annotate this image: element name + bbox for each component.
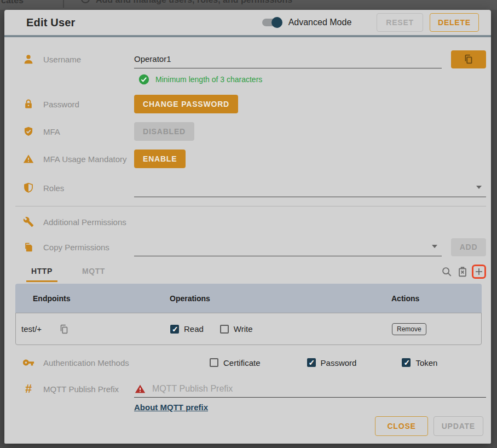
wrench-icon [22, 215, 35, 228]
password-option-label: Password [321, 358, 357, 367]
delete-button[interactable]: DELETE [430, 13, 479, 32]
roles-label: Roles [43, 183, 64, 193]
username-hint-text: Minimum length of 3 characters [155, 75, 262, 84]
username-hint-row: Minimum length of 3 characters [138, 74, 486, 85]
copy-endpoint-button[interactable] [57, 323, 71, 336]
auth-methods-label: Authentication Methods [43, 358, 129, 367]
background-page-strip: cates Add and manage users, roles, and p… [0, 0, 497, 10]
check-circle-icon [138, 74, 149, 85]
advanced-mode-toggle[interactable] [262, 19, 281, 26]
tab-mqtt[interactable]: MQTT [77, 267, 110, 282]
copy-icon [58, 323, 70, 335]
update-button[interactable]: UPDATE [434, 416, 483, 436]
search-permissions-button[interactable] [440, 265, 453, 278]
background-subtitle: Add and manage users, roles, and permiss… [96, 0, 292, 5]
search-icon [441, 266, 453, 278]
copy-permissions-label: Copy Permissions [43, 243, 109, 252]
dialog-body: Username Minimum length of 3 characters [4, 37, 491, 444]
background-divider [63, 0, 64, 8]
lock-icon [22, 97, 35, 111]
tab-http[interactable]: HTTP [26, 267, 57, 282]
certificate-checkbox[interactable] [210, 358, 218, 367]
mfa-label: MFA [43, 127, 60, 136]
copy-file-icon [22, 240, 35, 254]
background-left-text: cates [1, 0, 24, 5]
table-row: test/+ Read Write [15, 313, 482, 345]
username-input[interactable] [134, 50, 442, 68]
copy-permissions-select[interactable] [134, 238, 442, 256]
mfa-mandatory-label: MFA Usage Mandatory [43, 154, 127, 164]
col-endpoints: Endpoints [15, 294, 170, 303]
edit-user-dialog: Edit User Advanced Mode RESET DELETE Use… [4, 10, 491, 444]
read-checkbox[interactable] [170, 325, 179, 334]
about-mqtt-prefix-link[interactable]: About MQTT prefix [134, 403, 208, 412]
advanced-mode-label: Advanced Mode [288, 18, 352, 27]
certificate-label: Certificate [223, 358, 261, 367]
toggle-knob [271, 17, 282, 28]
info-icon [81, 0, 90, 3]
auth-methods-row: Authentication Methods Certificate Passw… [22, 356, 486, 369]
dialog-title: Edit User [26, 16, 76, 29]
section-divider [15, 206, 486, 206]
permissions-table: Endpoints Operations Actions test/+ [15, 284, 482, 345]
copy-icon [463, 53, 475, 65]
dialog-footer: CLOSE UPDATE [22, 416, 486, 444]
close-button[interactable]: CLOSE [375, 416, 427, 436]
password-label: Password [43, 100, 79, 109]
token-checkbox[interactable] [402, 358, 411, 367]
copy-permissions-row: Copy Permissions ADD [22, 237, 486, 257]
token-label: Token [415, 358, 437, 367]
copy-username-button[interactable] [451, 50, 486, 68]
mqtt-prefix-row: # MQTT Publish Prefix About MQTT prefix [22, 380, 486, 412]
mqtt-prefix-label: MQTT Publish Prefix [43, 384, 119, 394]
add-copy-permissions-button[interactable]: ADD [451, 238, 486, 256]
mfa-mandatory-row: MFA Usage Mandatory ENABLE [22, 150, 486, 168]
change-password-button[interactable]: CHANGE PASSWORD [134, 95, 238, 113]
reset-button[interactable]: RESET [377, 13, 423, 32]
mqtt-prefix-input[interactable] [152, 384, 486, 394]
chevron-down-icon [432, 245, 437, 248]
read-label: Read [184, 324, 204, 334]
error-warning-icon [134, 383, 146, 394]
additional-permissions-label: Additional Permissions [43, 217, 126, 227]
mfa-enable-button[interactable]: ENABLE [134, 150, 186, 168]
trash-x-icon [456, 266, 469, 278]
permissions-tabs: HTTP MQTT [22, 265, 486, 282]
dialog-header: Edit User Advanced Mode RESET DELETE [4, 10, 491, 37]
mfa-disabled-button[interactable]: DISABLED [134, 122, 194, 141]
roles-select[interactable] [134, 179, 486, 197]
col-actions: Actions [391, 294, 419, 303]
warning-triangle-icon [22, 152, 35, 165]
endpoint-value: test/+ [21, 324, 42, 334]
chevron-down-icon [476, 186, 482, 189]
username-label: Username [43, 55, 81, 64]
mqtt-prefix-field [134, 380, 486, 398]
password-checkbox[interactable] [307, 358, 316, 367]
password-row: Password CHANGE PASSWORD [22, 95, 486, 113]
plus-icon [474, 267, 484, 277]
table-header: Endpoints Operations Actions [15, 284, 482, 313]
write-label: Write [234, 324, 253, 334]
additional-permissions-row: Additional Permissions [22, 215, 486, 228]
remove-permission-button[interactable]: Remove [392, 323, 426, 335]
key-icon [22, 356, 35, 369]
add-permission-button[interactable] [472, 265, 486, 279]
mfa-row: MFA DISABLED [22, 122, 486, 141]
shield-icon [22, 181, 35, 194]
hash-icon: # [22, 382, 35, 395]
shield-check-icon [22, 125, 35, 138]
col-operations: Operations [170, 294, 391, 303]
write-checkbox[interactable] [220, 325, 229, 334]
roles-row: Roles [22, 178, 486, 198]
delete-all-permissions-button[interactable] [456, 265, 469, 278]
username-row: Username [22, 49, 486, 69]
person-icon [22, 53, 35, 66]
